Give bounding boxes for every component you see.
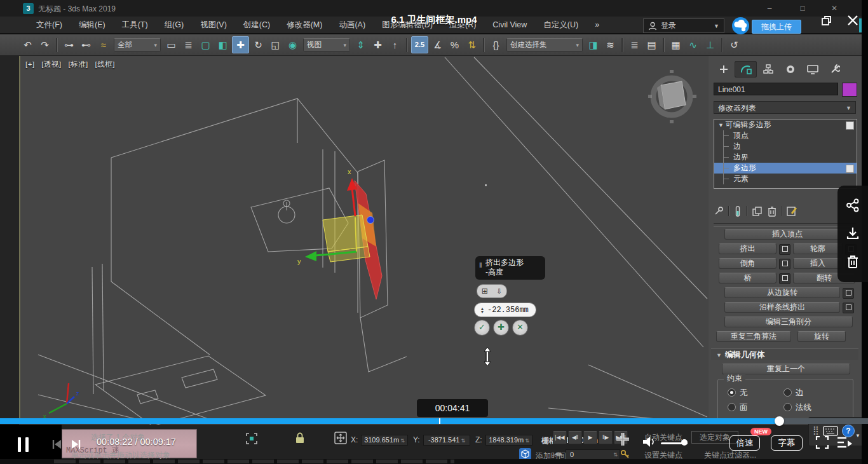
- undo-icon[interactable]: ↶: [20, 37, 36, 53]
- extrude-direction-icon[interactable]: ⇩: [496, 285, 502, 297]
- spline-extrude-settings-icon[interactable]: [843, 303, 854, 313]
- constraint-edge[interactable]: 边: [783, 386, 804, 399]
- bind-spacewarp-icon[interactable]: ≈: [95, 37, 111, 53]
- rect-selection-region-icon[interactable]: ▢: [198, 37, 214, 53]
- caddy-height-spinner[interactable]: ▲▼ -22.356mm: [474, 303, 536, 317]
- keyboard-override-icon[interactable]: ↑: [387, 37, 403, 53]
- coordinate-display-icon[interactable]: [334, 432, 347, 444]
- mirror-icon[interactable]: ◨: [585, 37, 601, 53]
- download-icon[interactable]: [845, 226, 860, 241]
- frame-nudge-icon[interactable]: ◀▶: [554, 451, 563, 457]
- redo-icon[interactable]: ↷: [37, 37, 53, 53]
- make-unique-icon[interactable]: [752, 206, 763, 217]
- pause-button[interactable]: [25, 437, 29, 452]
- extrude-button[interactable]: 挤出: [719, 243, 776, 254]
- select-by-name-icon[interactable]: ≣: [180, 37, 196, 53]
- object-color-swatch[interactable]: [842, 83, 857, 97]
- object-name-field[interactable]: Line001: [714, 83, 838, 95]
- player-close-icon[interactable]: [846, 13, 860, 27]
- viewport-menu-shading[interactable]: [线框]: [95, 60, 115, 68]
- share-icon[interactable]: [846, 198, 860, 212]
- trash-icon[interactable]: [846, 254, 860, 270]
- edit-geometry-rollout-header[interactable]: ▼编辑几何体: [711, 348, 858, 360]
- panel-splitter[interactable]: [714, 223, 856, 227]
- rotate-tool-icon[interactable]: ↻: [250, 37, 266, 53]
- scene-explorer-icon[interactable]: ≣: [627, 37, 642, 53]
- modifier-list-dropdown[interactable]: 修改器列表 ▼: [714, 101, 856, 114]
- stack-item-vertex[interactable]: 顶点: [714, 130, 857, 141]
- bevel-settings-icon[interactable]: [779, 259, 790, 270]
- extrude-along-spline-button[interactable]: 沿样条线挤出: [724, 302, 840, 313]
- stack-item-border[interactable]: 边界: [714, 152, 857, 163]
- isolate-selection-icon[interactable]: [245, 432, 258, 445]
- next-frame-icon[interactable]: ‖▶: [599, 431, 613, 444]
- pin-stack-icon[interactable]: [714, 206, 724, 216]
- retriangulate-button[interactable]: 重复三角算法: [716, 331, 791, 342]
- hinge-settings-icon[interactable]: [843, 288, 854, 299]
- previous-video-icon[interactable]: [51, 439, 62, 450]
- caddy-apply-button[interactable]: ✚: [493, 320, 509, 336]
- selection-set-dropdown[interactable]: 创建选择集▾: [506, 38, 583, 51]
- player-restore-icon[interactable]: [821, 15, 832, 26]
- move-tool-icon[interactable]: ✚: [232, 36, 249, 53]
- volume-handle[interactable]: [681, 439, 688, 446]
- extrude-group-icon[interactable]: ⊞: [482, 285, 488, 297]
- fullscreen-icon[interactable]: [815, 435, 829, 449]
- caddy-ok-button[interactable]: ✓: [474, 320, 490, 336]
- visibility-box-icon[interactable]: [846, 121, 854, 130]
- align-icon[interactable]: ≋: [602, 37, 618, 53]
- y-coord-field[interactable]: -3871.541⇅: [423, 435, 470, 446]
- viewport-menu-standard[interactable]: [标准]: [68, 60, 88, 68]
- visibility-box-icon[interactable]: [846, 165, 854, 173]
- layer-manager-icon[interactable]: ▤: [644, 37, 660, 53]
- constraint-normal[interactable]: 法线: [783, 401, 811, 413]
- tab-create[interactable]: [712, 61, 735, 78]
- configure-modifier-sets-icon[interactable]: [787, 206, 798, 217]
- viewcube[interactable]: [648, 70, 696, 123]
- placement-tool-icon[interactable]: ◉: [285, 37, 301, 53]
- bridge-button[interactable]: 桥: [719, 273, 776, 283]
- outline-button[interactable]: 轮廓: [793, 243, 843, 254]
- constraint-face[interactable]: 面: [728, 401, 748, 413]
- selection-lock-icon[interactable]: [295, 432, 305, 444]
- render-setup-icon[interactable]: ↺: [726, 37, 742, 53]
- tab-hierarchy[interactable]: [757, 61, 779, 78]
- inset-button[interactable]: 插入: [793, 258, 843, 269]
- play-animation-icon[interactable]: ▶: [583, 431, 597, 444]
- playback-speed-button[interactable]: 倍速: [729, 435, 760, 451]
- add-key-plus-icon[interactable]: [614, 430, 632, 448]
- coord-system-dropdown[interactable]: 视图▾: [303, 38, 350, 51]
- go-to-start-icon[interactable]: |◀◀: [553, 431, 567, 444]
- unlink-icon[interactable]: ⊷: [78, 37, 94, 53]
- remove-modifier-icon[interactable]: [768, 206, 776, 217]
- keyboard-icon[interactable]: [823, 426, 838, 436]
- constraint-none[interactable]: 无: [728, 386, 748, 399]
- stack-item-edge[interactable]: 边: [714, 141, 857, 152]
- seek-handle[interactable]: [775, 416, 784, 426]
- volume-icon[interactable]: [642, 435, 656, 449]
- insert-vertex-button[interactable]: 插入顶点: [724, 229, 850, 240]
- schematic-view-icon[interactable]: ⊥: [702, 37, 718, 53]
- tab-display[interactable]: [801, 61, 824, 78]
- z-coord-field[interactable]: 1848.319m⇅: [485, 435, 532, 446]
- use-pivot-center-icon[interactable]: ⇕: [353, 37, 369, 53]
- window-crossing-icon[interactable]: ◧: [215, 37, 231, 53]
- subtitle-button[interactable]: 字幕: [771, 435, 803, 451]
- caddy-height-value[interactable]: -22.356mm: [487, 306, 529, 315]
- selection-filter-dropdown[interactable]: 全部▾: [114, 38, 161, 51]
- turn-button[interactable]: 旋转: [797, 331, 846, 342]
- select-manipulate-icon[interactable]: ✚: [370, 37, 386, 53]
- edit-triangulation-button[interactable]: 编辑三角剖分: [724, 317, 853, 327]
- caddy-cancel-button[interactable]: ✕: [512, 320, 528, 336]
- expand-caret-icon[interactable]: ▼: [855, 433, 860, 439]
- angle-snap-icon[interactable]: ∡: [430, 37, 445, 53]
- spinner-arrows-icon[interactable]: ▲▼: [477, 307, 487, 313]
- spinner-snap-icon[interactable]: ⇅: [464, 37, 480, 53]
- max-maximize-button[interactable]: □: [793, 3, 812, 14]
- stack-item-polygon[interactable]: 多边形: [714, 163, 857, 174]
- caddy-mode-pill[interactable]: ⊞ ⇩: [477, 284, 507, 298]
- percent-snap-icon[interactable]: %: [447, 37, 463, 53]
- extrude-settings-icon[interactable]: [779, 244, 790, 255]
- named-selection-icon[interactable]: {}: [488, 37, 504, 53]
- select-link-icon[interactable]: ⊶: [61, 37, 77, 53]
